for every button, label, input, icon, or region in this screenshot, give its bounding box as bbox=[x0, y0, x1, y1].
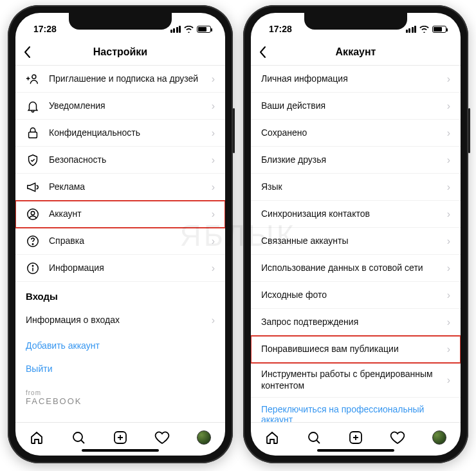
tab-activity[interactable] bbox=[389, 429, 406, 446]
row-label: Безопасность bbox=[49, 154, 212, 166]
person-circle-icon bbox=[26, 207, 40, 221]
tab-search[interactable] bbox=[306, 429, 322, 446]
chevron-right-icon: › bbox=[212, 73, 215, 85]
status-time: 17:28 bbox=[269, 24, 292, 34]
screen-right: 17:28 Аккаунт Личная информация › Ваши д… bbox=[251, 13, 461, 456]
row-branded-content[interactable]: Инструменты работы с брендированным конт… bbox=[251, 363, 461, 398]
row-invite-friends[interactable]: Приглашение и подписка на друзей › bbox=[15, 66, 225, 93]
tab-search[interactable] bbox=[70, 429, 87, 446]
row-label: Синхронизация контактов bbox=[261, 208, 447, 220]
tab-profile[interactable] bbox=[196, 429, 212, 446]
tab-add[interactable] bbox=[347, 429, 364, 446]
row-posts-you-liked[interactable]: Понравившиеся вам публикации › bbox=[251, 336, 461, 363]
row-request-verification[interactable]: Запрос подтверждения › bbox=[251, 309, 461, 336]
row-security[interactable]: Безопасность › bbox=[15, 147, 225, 174]
row-about[interactable]: Информация › bbox=[15, 255, 225, 282]
row-personal-info[interactable]: Личная информация › bbox=[251, 66, 461, 93]
row-linked-accounts[interactable]: Связанные аккаунты › bbox=[251, 228, 461, 255]
row-label: Инструменты работы с брендированным конт… bbox=[261, 369, 447, 391]
row-label: Приглашение и подписка на друзей bbox=[49, 73, 212, 85]
battery-icon bbox=[197, 26, 211, 33]
tab-activity[interactable] bbox=[154, 429, 170, 446]
row-label: Исходные фото bbox=[261, 290, 447, 301]
from-facebook: from FACEBOOK bbox=[15, 380, 225, 415]
row-label: Запрос подтверждения bbox=[261, 317, 447, 328]
row-saved[interactable]: Сохранено › bbox=[251, 120, 461, 147]
back-button[interactable] bbox=[23, 46, 31, 59]
row-notifications[interactable]: Уведомления › bbox=[15, 93, 225, 120]
row-cellular-data[interactable]: Использование данных в сотовой сети › bbox=[251, 255, 461, 282]
row-ads[interactable]: Реклама › bbox=[15, 174, 225, 201]
cellular-icon bbox=[406, 26, 417, 33]
row-label: Близкие друзья bbox=[261, 154, 447, 166]
row-contacts-sync[interactable]: Синхронизация контактов › bbox=[251, 201, 461, 228]
status-indicators bbox=[406, 26, 447, 33]
back-button[interactable] bbox=[259, 46, 266, 59]
tab-add[interactable] bbox=[112, 429, 129, 446]
chevron-right-icon: › bbox=[447, 290, 450, 301]
svg-point-7 bbox=[32, 265, 33, 266]
screen-left: 17:28 Настройки Приглашение и подписка н… bbox=[15, 13, 225, 456]
link-add-account[interactable]: Добавить аккаунт bbox=[15, 334, 225, 357]
chevron-right-icon: › bbox=[212, 181, 215, 193]
row-label: Ваши действия bbox=[261, 100, 447, 112]
row-label: Понравившиеся вам публикации bbox=[261, 344, 447, 355]
chevron-right-icon: › bbox=[447, 181, 450, 193]
row-account[interactable]: Аккаунт › bbox=[15, 201, 225, 228]
tab-home[interactable] bbox=[28, 429, 45, 446]
nav-header: Настройки bbox=[15, 39, 225, 66]
avatar-icon bbox=[432, 430, 446, 445]
wifi-icon bbox=[184, 26, 194, 33]
settings-list: Приглашение и подписка на друзей › Уведо… bbox=[15, 66, 225, 422]
row-label: Язык bbox=[261, 181, 447, 193]
row-close-friends[interactable]: Близкие друзья › bbox=[251, 147, 461, 174]
chevron-right-icon: › bbox=[212, 100, 215, 112]
link-switch-professional[interactable]: Переключиться на профессиональный аккаун… bbox=[251, 398, 461, 422]
avatar-icon bbox=[197, 430, 211, 445]
nav-header: Аккаунт bbox=[251, 39, 461, 66]
chevron-right-icon: › bbox=[212, 263, 215, 274]
chevron-right-icon: › bbox=[447, 374, 450, 386]
battery-icon bbox=[432, 26, 446, 33]
row-label: Связанные аккаунты bbox=[261, 236, 447, 247]
chevron-right-icon: › bbox=[212, 236, 215, 247]
svg-point-8 bbox=[73, 432, 82, 441]
row-label: Использование данных в сотовой сети bbox=[261, 263, 447, 274]
svg-rect-1 bbox=[29, 132, 37, 138]
home-indicator bbox=[317, 449, 394, 452]
row-login-info[interactable]: Информация о входах › bbox=[15, 307, 225, 334]
row-privacy[interactable]: Конфиденциальность › bbox=[15, 120, 225, 147]
status-time: 17:28 bbox=[33, 24, 57, 34]
chevron-right-icon: › bbox=[447, 100, 450, 112]
bell-icon bbox=[26, 99, 40, 113]
chevron-right-icon: › bbox=[447, 73, 450, 85]
row-label: Личная информация bbox=[261, 73, 447, 85]
page-title: Настройки bbox=[93, 46, 147, 58]
chevron-right-icon: › bbox=[447, 344, 450, 355]
chevron-right-icon: › bbox=[212, 208, 215, 220]
add-user-icon bbox=[26, 72, 40, 86]
row-label: Сохранено bbox=[261, 127, 447, 139]
tab-home[interactable] bbox=[264, 429, 280, 446]
row-language[interactable]: Язык › bbox=[251, 174, 461, 201]
status-indicators bbox=[170, 26, 212, 33]
chevron-right-icon: › bbox=[447, 263, 450, 274]
chevron-right-icon: › bbox=[212, 154, 215, 166]
chevron-right-icon: › bbox=[447, 208, 450, 220]
chevron-right-icon: › bbox=[212, 315, 215, 326]
row-your-activity[interactable]: Ваши действия › bbox=[251, 93, 461, 120]
chevron-right-icon: › bbox=[447, 317, 450, 328]
row-label: Конфиденциальность bbox=[49, 127, 212, 139]
row-original-photos[interactable]: Исходные фото › bbox=[251, 282, 461, 309]
svg-point-5 bbox=[32, 243, 33, 244]
row-help[interactable]: Справка › bbox=[15, 228, 225, 255]
chevron-right-icon: › bbox=[447, 154, 450, 166]
wifi-icon bbox=[419, 26, 429, 33]
info-icon bbox=[26, 261, 40, 275]
row-label: Уведомления bbox=[49, 100, 212, 112]
link-logout[interactable]: Выйти bbox=[15, 357, 225, 380]
page-title: Аккаунт bbox=[336, 46, 376, 58]
account-list: Личная информация › Ваши действия › Сохр… bbox=[251, 66, 461, 422]
help-icon bbox=[26, 234, 40, 248]
tab-profile[interactable] bbox=[431, 429, 448, 446]
